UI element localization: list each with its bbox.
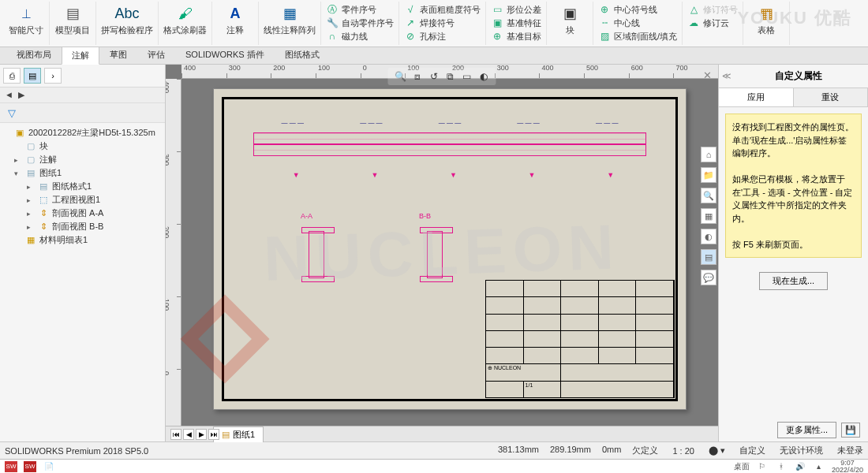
tree-sheet-format[interactable]: ▸▤图纸格式1 [2, 180, 163, 193]
cursor-z: 0mm [602, 445, 621, 456]
zoom-area-icon[interactable]: ⧈ [411, 70, 424, 83]
tp-file-explorer-icon[interactable]: 🔍 [701, 188, 716, 203]
display-style-icon[interactable]: ▭ [461, 70, 473, 83]
panel-collapse-icon[interactable]: ≪ [722, 71, 731, 81]
login-status[interactable]: 未登录 [837, 445, 863, 456]
command-tabstrip: 视图布局 注解 草图 评估 SOLIDWORKS 插件 图纸格式 [0, 47, 868, 65]
weld-symbol-button[interactable]: ↗焊接符号 [404, 17, 481, 29]
section-view-b[interactable]: B-B [403, 223, 466, 286]
sheet-tab-1[interactable]: ▤图纸1 [213, 426, 264, 442]
main-elevation-view[interactable]: — — —— — —— — —— — —— — — ▼ ▼ ▼ ▼ ▼ [253, 113, 646, 176]
hole-callout-button[interactable]: ⊘孔标注 [404, 30, 481, 43]
datum-target-button[interactable]: ⊕基准目标 [491, 30, 541, 43]
status-bar: SOLIDWORKS Premium 2018 SP5.0 381.13mm 2… [0, 441, 868, 459]
feature-manager-panel: ⎙ ▤ › ◄ ▶ ▽ ▣2002012282#主梁HD5t-15.325m ▢… [0, 65, 166, 441]
tp-forum-icon[interactable]: 💬 [701, 270, 716, 285]
windows-taskbar: SW SW 📄 桌面 ⚐ ᚼ 🔊 ▴ 9:07 2022/4/20 [0, 459, 868, 473]
tab-addins[interactable]: SOLIDWORKS 插件 [175, 46, 275, 64]
close-document-icon[interactable]: ✕ [703, 69, 712, 81]
centerline-button[interactable]: ╌中心线 [598, 17, 677, 29]
apply-tab[interactable]: 应用 [719, 88, 794, 106]
hide-show-icon[interactable]: ◐ [477, 70, 490, 83]
area-hatch-button[interactable]: ▨区域剖面线/填充 [598, 30, 677, 43]
sheet-first-icon[interactable]: ⏮ [170, 429, 181, 440]
graphics-canvas[interactable]: 🔍 ⧈ ↺ ⧉ ▭ ◐ ✕ 40030020010001002003004005… [166, 65, 718, 441]
tree-section-b[interactable]: ▸⇕剖面视图 B-B [2, 220, 163, 233]
fm-tab-1[interactable]: ⎙ [3, 68, 21, 84]
sheet-last-icon[interactable]: ⏭ [208, 429, 219, 440]
tree-sheet1[interactable]: ▾▤图纸1 [2, 166, 163, 180]
auto-balloon-button[interactable]: 🔧自动零件序号 [326, 17, 394, 29]
generate-now-button[interactable]: 现在生成... [759, 272, 828, 290]
datum-feature-button[interactable]: ▣基准特征 [491, 17, 541, 29]
unit-system[interactable]: 自定义 [739, 445, 765, 456]
panel-title: 自定义属性 [731, 66, 865, 86]
tp-view-palette-icon[interactable]: ▦ [701, 208, 716, 224]
nav-fwd-icon[interactable]: ▶ [18, 90, 24, 100]
surface-finish-button[interactable]: √表面粗糙度符号 [404, 3, 481, 16]
center-mark-button[interactable]: ⊕中心符号线 [598, 3, 677, 16]
tree-root[interactable]: ▣2002012282#主梁HD5t-15.325m [2, 126, 163, 140]
tab-sheet-format[interactable]: 图纸格式 [275, 46, 330, 64]
app-sw2-icon[interactable]: SW [24, 461, 36, 472]
tab-view-layout[interactable]: 视图布局 [6, 46, 62, 64]
props-save-icon[interactable]: 💾 [841, 423, 860, 438]
model-items-button[interactable]: ▤模型项目 [54, 3, 91, 35]
sketch-state: 欠定义 [632, 445, 658, 456]
spell-check-button[interactable]: Abc拼写检验程序 [101, 3, 153, 35]
task-pane-tabs: ⌂ 📁 🔍 ▦ ◐ ▤ 💬 [699, 143, 718, 289]
product-version: SOLIDWORKS Premium 2018 SP5.0 [5, 446, 148, 456]
section-icon[interactable]: ⧉ [444, 70, 457, 83]
balloon-button[interactable]: Ⓐ零件序号 [326, 3, 394, 16]
reset-tab[interactable]: 重设 [794, 88, 869, 106]
tray-bt-icon[interactable]: ᚼ [775, 461, 788, 472]
filter-icon[interactable]: ▽ [5, 106, 19, 120]
drawing-sheet[interactable]: — — —— — —— — —— — —— — — ▼ ▼ ▼ ▼ ▼ A-A … [213, 88, 687, 410]
annotation-button[interactable]: A注释 [217, 3, 253, 35]
tab-evaluate[interactable]: 评估 [137, 46, 175, 64]
linear-pattern-button[interactable]: ▦线性注释阵列 [264, 3, 316, 35]
geometric-tol-button[interactable]: ▭形位公差 [491, 3, 541, 16]
system-clock[interactable]: 9:07 2022/4/20 [832, 460, 863, 474]
design-env: 无设计环境 [780, 445, 823, 456]
section-view-a[interactable]: A-A [285, 223, 348, 286]
sheet-prev-icon[interactable]: ◀ [183, 429, 194, 440]
block-button[interactable]: ▣块 [552, 3, 588, 35]
prev-view-icon[interactable]: ↺ [428, 70, 440, 83]
feature-tree: ▣2002012282#主梁HD5t-15.325m ▢块 ▸▢注解 ▾▤图纸1… [0, 123, 165, 441]
custom-properties-panel: ≪ 自定义属性 应用 重设 没有找到工程图文件的属性页。单击'现在生成...'启… [718, 65, 868, 441]
tab-annotation[interactable]: 注解 [62, 47, 99, 65]
tp-custom-props-icon[interactable]: ▤ [701, 249, 716, 265]
tree-bom[interactable]: ▦材料明细表1 [2, 233, 163, 247]
app-misc-icon[interactable]: 📄 [43, 461, 55, 472]
video-source-watermark: YOUKU 优酷 [737, 6, 852, 30]
more-properties-button[interactable]: 更多属性... [777, 422, 836, 438]
cursor-x: 381.13mm [498, 445, 539, 456]
tp-home-icon[interactable]: ⌂ [701, 147, 716, 162]
magnetic-line-button[interactable]: ∩磁力线 [326, 30, 394, 43]
fm-tab-2[interactable]: ▤ [24, 68, 41, 84]
format-painter-button[interactable]: 🖌格式涂刷器 [163, 3, 207, 35]
tree-annotations[interactable]: ▸▢注解 [2, 153, 163, 166]
sheet-scale[interactable]: 1 : 20 [672, 446, 694, 456]
tp-design-lib-icon[interactable]: 📁 [701, 167, 716, 183]
status-icons[interactable]: ⬤ ▾ [709, 445, 725, 456]
title-block[interactable]: ⊕ NUCLEON 1/1 [485, 280, 675, 398]
app-sw-icon[interactable]: SW [5, 461, 17, 472]
tree-section-a[interactable]: ▸⇕剖面视图 A-A [2, 207, 163, 220]
tray-sound-icon[interactable]: 🔊 [794, 461, 806, 472]
revision-symbol-button[interactable]: △修订符号 [687, 3, 738, 16]
tree-blocks[interactable]: ▢块 [2, 140, 163, 153]
tp-appearances-icon[interactable]: ◐ [701, 229, 716, 244]
tray-more-icon[interactable]: ▴ [813, 461, 825, 472]
smart-dimension-button[interactable]: ⟂智能尺寸 [8, 3, 44, 35]
nav-back-icon[interactable]: ◄ [5, 90, 13, 100]
revision-cloud-button[interactable]: ☁修订云 [687, 17, 738, 29]
tree-drawing-view1[interactable]: ▸⬚工程图视图1 [2, 193, 163, 207]
show-desktop[interactable]: 桌面 [734, 461, 750, 472]
sheet-next-icon[interactable]: ▶ [196, 429, 207, 440]
fm-tab-more[interactable]: › [44, 68, 62, 84]
tray-flag-icon[interactable]: ⚐ [756, 461, 769, 472]
tab-sketch[interactable]: 草图 [99, 46, 137, 64]
zoom-fit-icon[interactable]: 🔍 [395, 70, 407, 83]
